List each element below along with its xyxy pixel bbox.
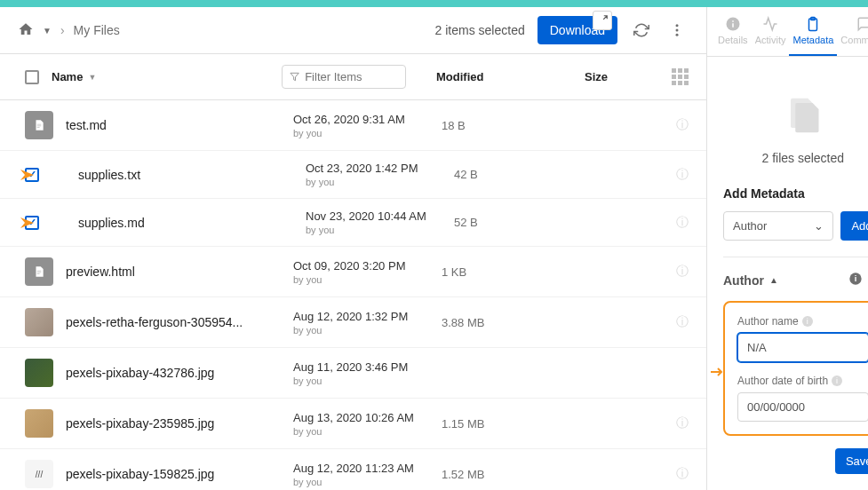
file-name[interactable]: supplies.txt xyxy=(78,168,293,182)
file-icon xyxy=(25,359,53,387)
breadcrumb-separator: › xyxy=(60,23,65,37)
add-metadata-title: Add Metadata xyxy=(723,186,868,201)
info-icon: i xyxy=(802,316,813,327)
file-icon xyxy=(25,111,53,139)
table-row[interactable]: pexels-pixabay-159825.jpgAug 12, 2020 11… xyxy=(0,449,706,490)
tab-metadata[interactable]: Metadata xyxy=(789,7,837,56)
author-name-label: Author name xyxy=(737,315,799,328)
metadata-attributes-callout: Metadata attributes Author namei Author … xyxy=(723,301,868,436)
home-icon[interactable] xyxy=(18,21,34,40)
file-icon xyxy=(25,409,53,438)
file-name[interactable]: pexels-pixabay-235985.jpg xyxy=(66,416,281,431)
pointer-arrow-icon xyxy=(7,166,34,184)
file-date: Oct 26, 2020 9:31 AM xyxy=(293,113,422,126)
collapse-panel-button[interactable] xyxy=(593,11,612,30)
files-stack-icon xyxy=(723,91,868,140)
table-row[interactable]: pexels-pixabay-432786.jpgAug 11, 2020 3:… xyxy=(0,348,706,399)
row-info-icon[interactable]: ⓘ xyxy=(676,314,689,330)
table-row[interactable]: test.mdOct 26, 2020 9:31 AMby you18 Bⓘ xyxy=(0,100,706,151)
table-row[interactable]: pexels-retha-ferguson-305954...Aug 12, 2… xyxy=(0,297,706,348)
more-options-button[interactable] xyxy=(665,19,689,42)
table-row[interactable]: preview.htmlOct 09, 2020 3:20 PMby you1 … xyxy=(0,247,706,297)
row-info-icon[interactable]: ⓘ xyxy=(676,167,689,183)
tab-comments[interactable]: Comments xyxy=(837,7,868,56)
file-date: Aug 12, 2020 11:23 AM xyxy=(293,462,422,475)
file-date: Oct 09, 2020 3:20 PM xyxy=(293,259,422,273)
filter-input[interactable] xyxy=(305,70,398,83)
metadata-section-title: Author xyxy=(723,273,764,288)
files-selected-text: 2 files selected xyxy=(723,151,868,165)
table-row[interactable]: supplies.mdNov 23, 2020 10:44 AMby you52… xyxy=(0,199,706,247)
filter-input-wrapper[interactable] xyxy=(282,65,406,89)
breadcrumb-current[interactable]: My Files xyxy=(74,23,120,37)
select-all-checkbox[interactable] xyxy=(25,70,39,84)
save-button[interactable]: Save xyxy=(835,448,868,474)
add-button[interactable]: Add xyxy=(840,211,868,241)
svg-point-0 xyxy=(676,24,679,27)
svg-point-2 xyxy=(676,34,679,36)
file-icon xyxy=(25,308,53,336)
file-size: 1 KB xyxy=(442,265,504,279)
file-name[interactable]: pexels-pixabay-159825.jpg xyxy=(66,467,281,481)
file-date: Nov 23, 2020 10:44 AM xyxy=(306,209,434,223)
svg-text:i: i xyxy=(854,274,856,283)
sort-caret-icon[interactable]: ▼ xyxy=(88,73,96,82)
column-size-header[interactable]: Size xyxy=(585,70,608,83)
file-size: 1.52 MB xyxy=(442,468,504,481)
file-owner: by you xyxy=(306,177,434,187)
column-name-header[interactable]: Name xyxy=(52,70,83,83)
table-row[interactable]: pexels-pixabay-235985.jpgAug 13, 2020 10… xyxy=(0,399,706,449)
row-info-icon[interactable]: ⓘ xyxy=(676,415,689,431)
file-date: Aug 12, 2020 1:32 PM xyxy=(293,310,422,323)
clipboard-icon xyxy=(805,16,821,32)
file-name[interactable]: pexels-pixabay-432786.jpg xyxy=(66,366,281,380)
file-owner: by you xyxy=(293,426,422,437)
chevron-down-icon: ⌄ xyxy=(814,219,824,233)
column-modified-header[interactable]: Modified xyxy=(436,70,483,83)
tab-activity[interactable]: Activity xyxy=(752,7,790,56)
file-size: 42 B xyxy=(454,168,516,181)
file-owner: by you xyxy=(293,325,422,336)
comment-icon xyxy=(856,16,868,32)
file-owner: by you xyxy=(306,225,434,235)
svg-point-1 xyxy=(676,29,679,32)
info-icon xyxy=(725,16,741,32)
pointer-arrow-icon xyxy=(7,214,34,232)
file-size: 1.15 MB xyxy=(442,417,504,431)
file-name[interactable]: supplies.md xyxy=(78,216,293,230)
file-owner: by you xyxy=(293,274,422,285)
filter-icon xyxy=(290,71,299,83)
info-button[interactable]: i xyxy=(848,272,863,288)
table-row[interactable]: supplies.txtOct 23, 2020 1:42 PMby you42… xyxy=(0,151,706,199)
selection-count: 2 items selected xyxy=(435,23,525,37)
file-size: 3.88 MB xyxy=(442,316,504,329)
refresh-button[interactable] xyxy=(630,19,653,42)
row-info-icon[interactable]: ⓘ xyxy=(676,466,689,482)
file-icon xyxy=(25,257,53,286)
tab-details[interactable]: Details xyxy=(714,7,752,56)
row-info-icon[interactable]: ⓘ xyxy=(676,264,689,280)
file-size: 52 B xyxy=(454,216,516,229)
file-name[interactable]: preview.html xyxy=(66,265,281,279)
info-icon: i xyxy=(832,375,842,386)
file-date: Aug 11, 2020 3:46 PM xyxy=(293,360,422,374)
grid-view-icon[interactable] xyxy=(672,68,689,85)
file-owner: by you xyxy=(293,375,422,386)
file-owner: by you xyxy=(293,477,422,487)
template-select[interactable]: Author ⌄ xyxy=(723,211,833,241)
activity-icon xyxy=(762,16,778,32)
row-info-icon[interactable]: ⓘ xyxy=(676,117,689,133)
file-owner: by you xyxy=(293,128,422,138)
author-name-input[interactable] xyxy=(737,333,868,362)
row-info-icon[interactable]: ⓘ xyxy=(676,215,689,231)
file-size: 18 B xyxy=(442,119,504,132)
author-dob-input[interactable] xyxy=(737,392,868,422)
breadcrumb: ▼ › My Files xyxy=(18,21,120,40)
file-name[interactable]: pexels-retha-ferguson-305954... xyxy=(66,315,281,329)
author-dob-label: Author date of birth xyxy=(737,375,828,387)
caret-up-icon[interactable]: ▲ xyxy=(769,275,778,285)
annotation-arrow-icon xyxy=(711,367,725,377)
chevron-down-icon[interactable]: ▼ xyxy=(43,26,52,36)
file-icon xyxy=(25,460,53,488)
file-name[interactable]: test.md xyxy=(66,118,281,132)
